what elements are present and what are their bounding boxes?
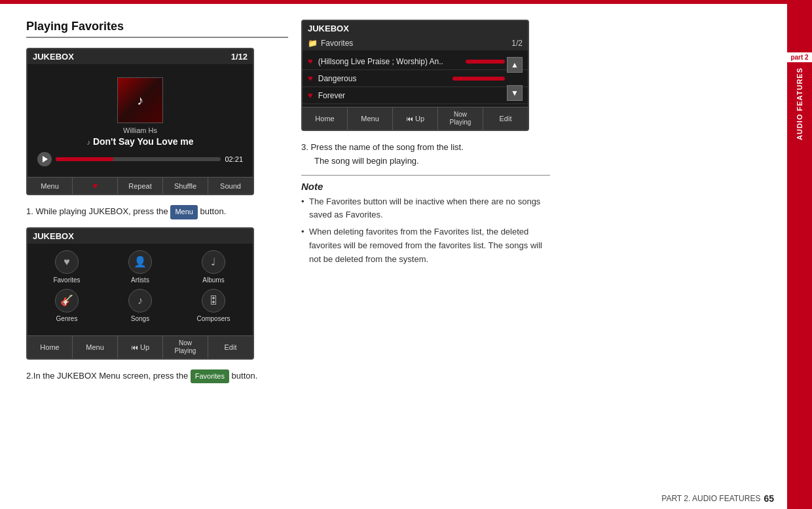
- song-note-icon: ♪: [86, 138, 90, 146]
- page-footer: PART 2. AUDIO FEATURES 65: [0, 493, 787, 504]
- note-item-1: The Favorites button will be inactive wh…: [301, 195, 550, 223]
- fav-page-num: 1/2: [511, 39, 523, 48]
- jukebox-title-3: JUKEBOX: [308, 24, 349, 33]
- sound-button-1[interactable]: Sound: [208, 178, 253, 194]
- up-button-3[interactable]: ⏮ Up: [393, 107, 438, 130]
- step1-text-before: 1. While playing JUKEBOX, press the: [26, 206, 170, 216]
- now-playing-button-3[interactable]: NowPlaying: [438, 107, 483, 130]
- fav-item-3[interactable]: ♥ Forever: [303, 87, 528, 104]
- step3-text: 3. Press the name of the song from the l…: [301, 141, 550, 168]
- fav-folder-label: Favorites: [321, 39, 353, 48]
- right-column: JUKEBOX 📁 Favorites 1/2 ♥ (Hillsong Live…: [301, 20, 550, 270]
- jukebox-header-2: JUKEBOX: [28, 229, 253, 244]
- step3-line2: The song will begin playing.: [301, 156, 419, 166]
- progress-bar-fill: [56, 157, 113, 161]
- bottom-bar-3: Home Menu ⏮ Up NowPlaying Edit: [303, 107, 528, 130]
- up-button-2[interactable]: ⏮ Up: [118, 336, 163, 358]
- fav-heart-1: ♥: [308, 56, 313, 66]
- song-title: ♪Don't Say You Love me: [86, 136, 193, 147]
- heart-icon: ♥: [92, 181, 98, 191]
- shuffle-button-1[interactable]: Shuffle: [163, 178, 208, 194]
- album-art-icon: ♪: [137, 93, 143, 108]
- play-triangle: [43, 156, 48, 162]
- now-playing-body: ♪ William Hs ♪Don't Say You Love me 02:2…: [28, 64, 253, 177]
- progress-bar-bg: [56, 157, 221, 161]
- step1-text-after: button.: [198, 206, 226, 216]
- now-playing-screen: JUKEBOX 1/12 ♪ William Hs ♪Don't Say You…: [26, 48, 254, 195]
- albums-icon: ♩: [202, 250, 225, 274]
- genres-icon: 🎸: [55, 289, 79, 312]
- note-section: Note The Favorites button will be inacti…: [301, 175, 550, 267]
- jukebox-title-2: JUKEBOX: [33, 231, 74, 241]
- note-title: Note: [301, 181, 550, 192]
- menu-grid: ♥ Favorites 👤 Artists ♩ Albums 🎸 Genres …: [33, 250, 248, 322]
- time-display: 02:21: [225, 155, 243, 163]
- footer-page-number: 65: [764, 493, 774, 504]
- favorites-label: Favorites: [53, 276, 80, 284]
- bottom-bar-2: Home Menu ⏮ Up NowPlaying Edit: [28, 335, 253, 358]
- composers-label: Composers: [196, 315, 230, 322]
- fav-item-text-3: Forever: [318, 91, 502, 100]
- favorites-icon: ♥: [55, 250, 79, 274]
- fav-list-body: ♥ (Hillsong Live Praise ; Worship) An.. …: [303, 50, 528, 107]
- repeat-button-1[interactable]: Repeat: [118, 178, 163, 194]
- menu-item-artists[interactable]: 👤 Artists: [106, 250, 174, 284]
- fav-item-bar-2: [452, 77, 505, 81]
- folder-icon: 📁: [308, 39, 318, 48]
- menu-item-genres[interactable]: 🎸 Genres: [33, 289, 101, 322]
- sidebar-part-number: part 2: [787, 52, 811, 62]
- now-playing-button-2[interactable]: NowPlaying: [163, 336, 208, 358]
- songs-label: Songs: [131, 315, 149, 322]
- genres-label: Genres: [56, 315, 78, 322]
- step3-line1: 3. Press the name of the song from the l…: [301, 142, 464, 152]
- right-sidebar: part 2 AUDIO FEATURES: [787, 0, 812, 509]
- track-number-1: 1/12: [231, 52, 248, 62]
- fav-item-2[interactable]: ♥ Dangerous: [303, 70, 528, 87]
- fav-item-bar-1: [466, 60, 505, 64]
- progress-area: 02:21: [34, 152, 246, 166]
- home-button-3[interactable]: Home: [303, 107, 348, 130]
- edit-button-2[interactable]: Edit: [208, 336, 253, 358]
- menu-item-favorites[interactable]: ♥ Favorites: [33, 250, 101, 284]
- artists-icon: 👤: [128, 250, 152, 274]
- fav-item-1[interactable]: ♥ (Hillsong Live Praise ; Worship) An..: [303, 53, 528, 70]
- menu-button-1[interactable]: Menu: [28, 178, 73, 194]
- step2-text-after: button.: [229, 371, 257, 381]
- section-title: Playing Favorites: [26, 20, 288, 38]
- albums-label: Albums: [202, 276, 224, 284]
- edit-button-3[interactable]: Edit: [483, 107, 528, 130]
- fav-subheader: 📁 Favorites 1/2: [303, 36, 528, 50]
- menu-button-3[interactable]: Menu: [348, 107, 393, 130]
- artist-name: William Hs: [123, 126, 157, 134]
- menu-body: ♥ Favorites 👤 Artists ♩ Albums 🎸 Genres …: [28, 244, 253, 335]
- footer-text: PART 2. AUDIO FEATURES: [661, 494, 760, 503]
- menu-screen: JUKEBOX ♥ Favorites 👤 Artists ♩ Albums 🎸: [26, 227, 254, 360]
- favorites-inline-button: Favorites: [191, 369, 229, 384]
- album-art: ♪: [117, 77, 163, 123]
- scroll-down-button[interactable]: ▼: [507, 85, 523, 101]
- fav-header-left: JUKEBOX: [308, 24, 349, 33]
- top-bar: [0, 0, 812, 4]
- step2-text: 2.In the JUKEBOX Menu screen, press the …: [26, 369, 288, 384]
- menu-item-composers[interactable]: 🎛 Composers: [179, 289, 248, 322]
- fav-heart-3: ♥: [308, 90, 313, 100]
- artists-label: Artists: [131, 276, 149, 284]
- home-button-2[interactable]: Home: [28, 336, 73, 358]
- heart-button-1[interactable]: ♥: [73, 178, 118, 194]
- step1-text: 1. While playing JUKEBOX, press the Menu…: [26, 205, 288, 219]
- menu-item-albums[interactable]: ♩ Albums: [179, 250, 248, 284]
- scroll-up-button[interactable]: ▲: [507, 57, 523, 73]
- play-button[interactable]: [37, 152, 52, 166]
- menu-inline-button: Menu: [170, 205, 198, 219]
- scroll-buttons: ▲ ▼: [505, 50, 525, 107]
- menu-button-2[interactable]: Menu: [73, 336, 118, 358]
- menu-item-songs[interactable]: ♪ Songs: [106, 289, 174, 322]
- fav-folder-row: 📁 Favorites: [308, 39, 353, 48]
- jukebox-title-1: JUKEBOX: [33, 52, 74, 62]
- fav-header: JUKEBOX: [303, 21, 528, 36]
- composers-icon: 🎛: [202, 289, 225, 312]
- songs-icon: ♪: [128, 289, 152, 312]
- fav-heart-2: ♥: [308, 73, 313, 83]
- step2-text-before: 2.In the JUKEBOX Menu screen, press the: [26, 371, 191, 381]
- bottom-bar-1: Menu ♥ Repeat Shuffle Sound: [28, 177, 253, 194]
